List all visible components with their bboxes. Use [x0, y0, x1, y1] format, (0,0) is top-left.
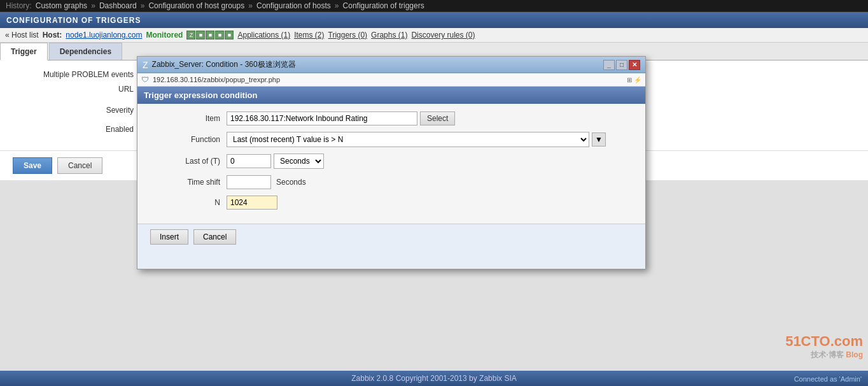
popup-select-button[interactable]: Select [420, 111, 455, 125]
popup-header: Trigger expression condition [137, 87, 645, 104]
modal-titlebar-left: Z Zabbix_Server: Condition - 360极速浏览器 [143, 59, 296, 70]
popup-last-of-label: Last of (T) [150, 157, 227, 166]
popup-n-field[interactable] [227, 196, 277, 210]
popup-last-of-row: Last of (T) SecondsMinutesHoursDays [150, 154, 633, 169]
popup-item-field[interactable] [227, 111, 417, 125]
popup-function-row: Function Last (most recent) T value is >… [150, 132, 633, 147]
popup-function-select[interactable]: Last (most recent) T value is > N [227, 132, 589, 147]
last-of-field-row: SecondsMinutesHoursDays [227, 154, 633, 169]
popup-time-shift-field[interactable] [227, 175, 271, 189]
time-shift-field-row: Seconds [227, 175, 633, 189]
popup-item-row: Item Select [150, 111, 633, 125]
modal-address-text: 192.168.30.116/zabbix/popup_trexpr.php [153, 76, 623, 83]
popup-item-input-container: Select [227, 111, 633, 125]
popup-dropdown-button[interactable]: ▼ [592, 132, 606, 147]
popup-n-label: N [150, 198, 227, 207]
address-lock-icon: 🛡 [141, 75, 149, 84]
addr-icon-1: ⊞ [627, 76, 632, 83]
addr-icon-2: ⚡ [634, 76, 641, 83]
popup-footer-space [137, 250, 645, 269]
popup-item-field-row: Select [227, 111, 633, 125]
modal-title-text: Zabbix_Server: Condition - 360极速浏览器 [152, 59, 296, 70]
modal-zabbix-icon: Z [143, 60, 148, 70]
popup-n-row: N [150, 196, 633, 210]
modal-addr-icons: ⊞ ⚡ [627, 76, 641, 83]
popup-insert-button[interactable]: Insert [150, 229, 188, 245]
popup-last-of-unit-select[interactable]: SecondsMinutesHoursDays [274, 154, 324, 169]
modal-close-button[interactable]: ✕ [629, 60, 640, 70]
popup-content: Trigger expression condition Item Select… [137, 87, 645, 269]
popup-actions: Insert Cancel [137, 224, 645, 250]
popup-function-field-row: Last (most recent) T value is > N ▼ [227, 132, 633, 147]
modal-maximize-button[interactable]: □ [616, 60, 627, 70]
popup-item-label: Item [150, 114, 227, 123]
modal-controls: _ □ ✕ [603, 60, 640, 70]
modal-window: Z Zabbix_Server: Condition - 360极速浏览器 _ … [137, 56, 646, 269]
popup-last-of-field[interactable] [227, 154, 271, 168]
modal-addressbar: 🛡 192.168.30.116/zabbix/popup_trexpr.php… [137, 73, 645, 87]
time-shift-unit-label: Seconds [276, 178, 306, 187]
popup-time-shift-row: Time shift Seconds [150, 175, 633, 189]
popup-form: Item Select Function Last (most recent) … [137, 104, 645, 224]
popup-cancel-button[interactable]: Cancel [193, 229, 236, 245]
popup-time-shift-input-container: Seconds [227, 175, 633, 189]
modal-overlay: Z Zabbix_Server: Condition - 360极速浏览器 _ … [0, 0, 868, 386]
popup-function-label: Function [150, 135, 227, 144]
popup-time-shift-label: Time shift [150, 178, 227, 187]
popup-n-input-container [227, 196, 633, 210]
popup-function-input-container: Last (most recent) T value is > N ▼ [227, 132, 633, 147]
modal-titlebar: Z Zabbix_Server: Condition - 360极速浏览器 _ … [137, 57, 645, 73]
popup-last-of-input-container: SecondsMinutesHoursDays [227, 154, 633, 169]
modal-minimize-button[interactable]: _ [603, 60, 615, 70]
